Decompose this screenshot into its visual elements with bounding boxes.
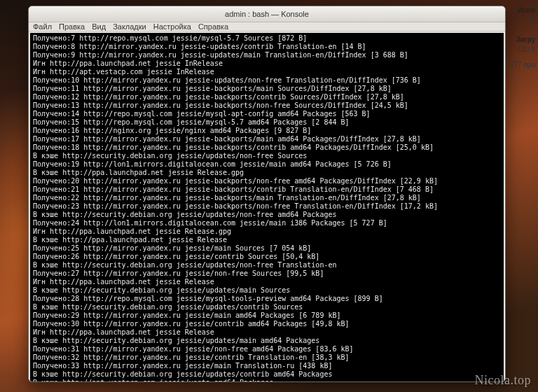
terminal-line: Получено:25 http://mirror.yandex.ru jess… [33, 244, 501, 253]
menu-view[interactable]: Вид [92, 22, 106, 31]
terminal-line: Игн http://ppa.launchpad.net jessie Rele… [33, 278, 501, 286]
terminal-line: В кэше http://ppa.launchpad.net jessie R… [33, 236, 501, 244]
terminal-line: В кэше http://security.debian.org jessie… [33, 261, 501, 270]
terminal-line: В кэше http://security.debian.org jessie… [33, 286, 501, 295]
terminal-line: Получено:11 http://mirror.yandex.ru jess… [33, 85, 501, 93]
menu-help[interactable]: Справка [198, 22, 228, 31]
terminal-output[interactable]: Получено:7 http://repo.mysql.com jessie/… [30, 33, 504, 382]
terminal-line: Игн http://ppa.launchpad.net jessie Rele… [33, 227, 501, 236]
terminal-line: Получено:30 http://mirror.yandex.ru jess… [33, 320, 501, 328]
terminal-line: В кэше http://apt.vestacp.com jessie/ves… [33, 379, 501, 382]
terminal-line: В кэше http://security.debian.org jessie… [33, 303, 501, 312]
terminal-line: Получено:29 http://mirror.yandex.ru jess… [33, 312, 501, 320]
side-header-2: Загру [502, 35, 535, 45]
side-header-1: Испо [502, 6, 535, 15]
terminal-line: Получено:9 http://mirror.yandex.ru jessi… [33, 51, 501, 59]
menu-edit[interactable]: Правка [59, 22, 85, 31]
terminal-line: В кэше http://security.debian.org jessie… [33, 370, 501, 379]
side-value-3: 277 про [502, 60, 535, 70]
terminal-line: Получено:8 http://mirror.yandex.ru jessi… [33, 43, 501, 51]
terminal-line: Получено:14 http://repo.mysql.com jessie… [33, 110, 501, 118]
konsole-window: admin : bash — Konsole Файл Правка Вид З… [28, 6, 506, 382]
terminal-line: Получено:20 http://mirror.yandex.ru jess… [33, 177, 501, 186]
terminal-line: Получено:22 http://mirror.yandex.ru jess… [33, 194, 501, 202]
terminal-line: Получено:23 http://mirror.yandex.ru jess… [33, 202, 501, 211]
window-titlebar[interactable]: admin : bash — Konsole [29, 6, 505, 22]
window-title: admin : bash — Konsole [225, 10, 309, 18]
terminal-line: В кэше http://ppa.launchpad.net jessie R… [33, 169, 501, 177]
terminal-line: Получено:16 http://nginx.org jessie/ngin… [33, 127, 501, 135]
menu-file[interactable]: Файл [33, 22, 52, 31]
terminal-line: В кэше http://security.debian.org jessie… [33, 211, 501, 219]
terminal-line: Получено:13 http://mirror.yandex.ru jess… [33, 102, 501, 110]
terminal-line: Получено:31 http://mirror.yandex.ru jess… [33, 345, 501, 354]
terminal-line: Получено:26 http://mirror.yandex.ru jess… [33, 253, 501, 261]
terminal-line: Получено:17 http://mirror.yandex.ru jess… [33, 135, 501, 144]
menu-settings[interactable]: Настройка [153, 22, 191, 31]
terminal-line: Получено:33 http://mirror.yandex.ru jess… [33, 362, 501, 370]
menu-bar: Файл Правка Вид Закладки Настройка Справ… [29, 22, 505, 31]
menu-bookmarks[interactable]: Закладки [113, 22, 146, 31]
terminal-line: Получено:28 http://repo.mysql.com jessie… [33, 295, 501, 303]
terminal-line: Получено:27 http://mirror.yandex.ru jess… [33, 270, 501, 278]
terminal-line: Получено:12 http://mirror.yandex.ru jess… [33, 93, 501, 102]
terminal-line: В кэше http://security.debian.org jessie… [33, 337, 501, 345]
terminal-line: Получено:7 http://repo.mysql.com jessie/… [33, 34, 501, 43]
terminal-line: Получено:24 http://lon1.mirrors.digitalo… [33, 219, 501, 227]
terminal-line: В кэше http://security.debian.org jessie… [33, 152, 501, 160]
terminal-line: Получено:32 http://mirror.yandex.ru jess… [33, 354, 501, 362]
side-value-2: 120 К [502, 45, 535, 55]
terminal-line: Игн http://ppa.launchpad.net jessie Rele… [33, 328, 501, 337]
watermark-text: Nicola.top [475, 373, 531, 388]
terminal-line: Игн http://ppa.launchpad.net jessie InRe… [33, 59, 501, 68]
terminal-line: Игн http://apt.vestacp.com jessie InRele… [33, 68, 501, 76]
side-panel-cropped: Испо 28 Загру 120 К 277 про [502, 0, 538, 90]
terminal-line: Получено:21 http://mirror.yandex.ru jess… [33, 186, 501, 194]
side-value-1: 28 [502, 15, 535, 25]
terminal-line: Получено:18 http://mirror.yandex.ru jess… [33, 144, 501, 152]
terminal-line: Получено:19 http://lon1.mirrors.digitalo… [33, 160, 501, 169]
terminal-line: Получено:10 http://mirror.yandex.ru jess… [33, 76, 501, 85]
terminal-container: Получено:7 http://repo.mysql.com jessie/… [29, 31, 505, 382]
terminal-line: Получено:15 http://repo.mysql.com jessie… [33, 118, 501, 127]
